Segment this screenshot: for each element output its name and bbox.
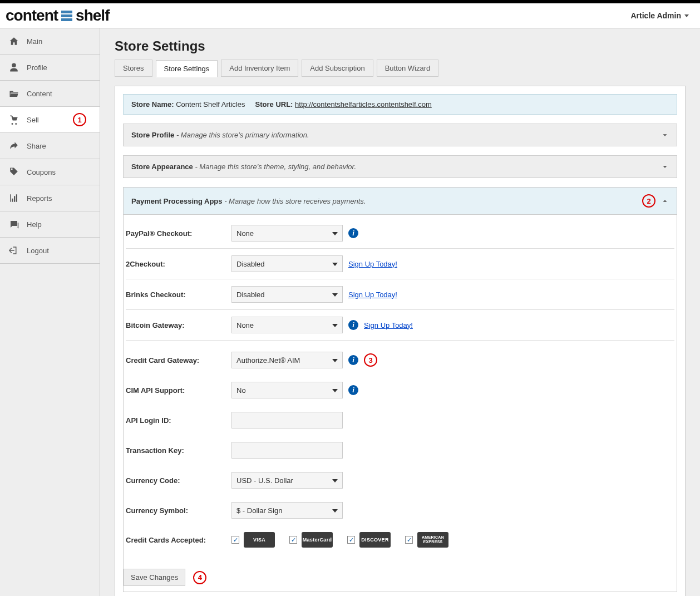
tab-add-subscription[interactable]: Add Subscription xyxy=(302,60,373,77)
sidebar-item-label: Help xyxy=(27,220,42,229)
sidebar-item-label: Content xyxy=(27,90,52,98)
annotation-badge-3: 3 xyxy=(364,353,377,367)
row-cards-accepted: Credit Cards Accepted: ✓ VISA ✓ MasterCa… xyxy=(126,525,674,554)
share-icon xyxy=(9,141,19,151)
input-txn-key[interactable] xyxy=(231,442,343,459)
sidebar-item-label: Coupons xyxy=(27,168,56,176)
sidebar-item-label: Sell xyxy=(27,116,39,124)
section-desc: - Manage how this store receives payment… xyxy=(224,197,366,205)
select-cim[interactable]: No xyxy=(231,382,343,398)
row-cim: CIM API Support: No i xyxy=(126,375,674,405)
tab-stores[interactable]: Stores xyxy=(115,60,152,77)
checkbox-amex[interactable]: ✓ xyxy=(405,536,413,544)
discover-logo-icon: DISCOVER xyxy=(359,532,391,548)
user-icon xyxy=(9,62,19,72)
sidebar-item-sell[interactable]: Sell 1 xyxy=(0,107,100,133)
checkbox-mastercard[interactable]: ✓ xyxy=(289,536,297,544)
sidebar-item-label: Profile xyxy=(27,63,47,72)
annotation-badge-4: 4 xyxy=(193,571,206,584)
annotation-badge-1: 1 xyxy=(73,113,86,126)
select-paypal[interactable]: None xyxy=(231,225,343,242)
info-icon[interactable]: i xyxy=(348,385,358,395)
section-store-appearance: Store Appearance - Manage this store's t… xyxy=(123,155,677,178)
select-cc-gateway[interactable]: Authorize.Net® AIM xyxy=(231,352,343,368)
section-header-profile[interactable]: Store Profile - Manage this store's prim… xyxy=(124,124,677,146)
row-currency-symbol: Currency Symbol: $ - Dollar Sign xyxy=(126,495,674,525)
chevron-down-icon xyxy=(661,131,669,139)
sidebar-item-profile[interactable]: Profile xyxy=(0,55,100,81)
info-icon[interactable]: i xyxy=(348,320,358,330)
save-changes-button[interactable]: Save Changes xyxy=(124,569,185,586)
row-txn-key: Transaction Key: xyxy=(126,435,674,465)
amex-logo-icon: AMERICAN EXPRESS xyxy=(417,532,448,548)
signup-link-2checkout[interactable]: Sign Up Today! xyxy=(348,260,397,268)
header-bar: content shelf Article Admin xyxy=(0,3,700,28)
section-header-appearance[interactable]: Store Appearance - Manage this store's t… xyxy=(124,156,677,178)
row-2checkout: 2Checkout: Disabled Sign Up Today! xyxy=(126,249,674,279)
label-currency-code: Currency Code: xyxy=(126,476,231,485)
signup-link-brinks[interactable]: Sign Up Today! xyxy=(348,290,397,299)
input-api-login[interactable] xyxy=(231,412,343,428)
sidebar-item-main[interactable]: Main xyxy=(0,28,100,55)
row-brinks: Brinks Checkout: Disabled Sign Up Today! xyxy=(126,279,674,310)
store-url-label: Store URL: xyxy=(255,100,293,109)
label-cc-gateway: Credit Card Gateway: xyxy=(126,356,231,365)
logo-text-right: shelf xyxy=(76,7,109,24)
label-api-login: API Login ID: xyxy=(126,416,231,425)
label-brinks: Brinks Checkout: xyxy=(126,290,231,299)
store-info-bar: Store Name: Content Shelf Articles Store… xyxy=(123,94,677,115)
store-url-link[interactable]: http://contentshelfarticles.contentshelf… xyxy=(295,100,432,109)
select-currency-symbol[interactable]: $ - Dollar Sign xyxy=(231,502,343,519)
row-bitcoin: Bitcoin Gateway: None i Sign Up Today! xyxy=(126,310,674,341)
home-icon xyxy=(9,36,19,46)
tab-add-inventory[interactable]: Add Inventory Item xyxy=(221,60,298,77)
sidebar-item-reports[interactable]: Reports xyxy=(0,185,100,211)
label-txn-key: Transaction Key: xyxy=(126,446,231,455)
chat-icon xyxy=(9,219,19,229)
checkbox-discover[interactable]: ✓ xyxy=(347,536,355,544)
brand-logo: content shelf xyxy=(6,7,109,24)
signup-link-bitcoin[interactable]: Sign Up Today! xyxy=(364,321,413,329)
select-2checkout[interactable]: Disabled xyxy=(231,255,343,272)
select-currency-code[interactable]: USD - U.S. Dollar xyxy=(231,472,343,489)
section-header-payment[interactable]: Payment Processing Apps - Manage how thi… xyxy=(124,188,677,215)
section-store-profile: Store Profile - Manage this store's prim… xyxy=(123,124,677,146)
select-brinks[interactable]: Disabled xyxy=(231,286,343,303)
user-menu-dropdown[interactable]: Article Admin xyxy=(631,11,689,20)
sidebar-item-label: Reports xyxy=(27,194,52,203)
visa-logo-icon: VISA xyxy=(244,532,275,548)
sidebar-item-share[interactable]: Share xyxy=(0,133,100,159)
label-currency-symbol: Currency Symbol: xyxy=(126,506,231,515)
label-cards-accepted: Credit Cards Accepted: xyxy=(126,536,231,544)
card-option-visa: ✓ VISA xyxy=(231,532,275,548)
store-name-label: Store Name: xyxy=(131,100,174,109)
sidebar-item-help[interactable]: Help xyxy=(0,211,100,238)
info-icon[interactable]: i xyxy=(348,228,358,238)
section-title: Store Profile xyxy=(131,131,174,139)
label-paypal: PayPal® Checkout: xyxy=(126,229,231,238)
section-payment-processing: Payment Processing Apps - Manage how thi… xyxy=(123,187,677,592)
sidebar-item-logout[interactable]: Logout xyxy=(0,238,100,264)
folder-open-icon xyxy=(9,88,19,98)
info-icon[interactable]: i xyxy=(348,355,358,365)
sidebar-item-label: Share xyxy=(27,142,46,150)
page-title: Store Settings xyxy=(115,38,686,54)
card-option-mastercard: ✓ MasterCard xyxy=(289,532,333,548)
select-bitcoin[interactable]: None xyxy=(231,317,343,333)
checkbox-visa[interactable]: ✓ xyxy=(231,536,239,544)
row-cc-gateway: Credit Card Gateway: Authorize.Net® AIM … xyxy=(126,341,674,375)
row-currency-code: Currency Code: USD - U.S. Dollar xyxy=(126,465,674,495)
store-name-value: Content Shelf Articles xyxy=(176,100,245,109)
chevron-down-icon xyxy=(661,163,669,171)
sidebar-item-content[interactable]: Content xyxy=(0,81,100,107)
save-row: Save Changes 4 xyxy=(124,569,677,586)
tab-store-settings[interactable]: Store Settings xyxy=(156,60,218,77)
section-title: Payment Processing Apps xyxy=(131,197,223,205)
section-desc: - Manage this store's primary informatio… xyxy=(176,131,309,139)
sidebar-item-coupons[interactable]: Coupons xyxy=(0,159,100,185)
row-paypal: PayPal® Checkout: None i xyxy=(126,218,674,249)
tab-button-wizard[interactable]: Button Wizard xyxy=(377,60,439,77)
caret-down-icon xyxy=(684,14,689,17)
logo-bars-icon xyxy=(61,11,72,21)
label-cim: CIM API Support: xyxy=(126,386,231,395)
